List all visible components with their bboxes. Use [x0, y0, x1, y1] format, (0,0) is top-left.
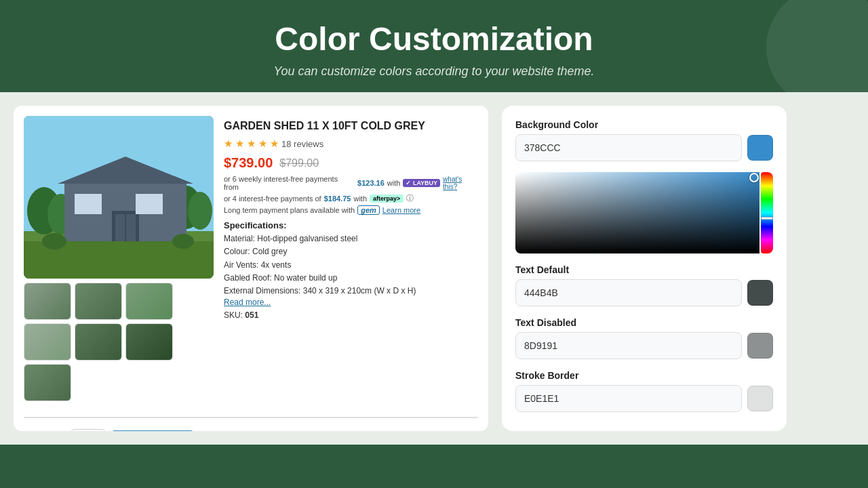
- svg-rect-12: [136, 194, 163, 214]
- main-product-image: [24, 116, 214, 279]
- thumbnail-4[interactable]: [24, 323, 71, 361]
- afterpay-text: or 4 interest-free payments of: [224, 195, 321, 203]
- text-disabled-label: Text Disabled: [515, 317, 773, 328]
- laybuy-row: or 6 weekly interest-free payments from …: [224, 175, 478, 191]
- star-5: ★: [270, 138, 279, 150]
- text-default-section: Text Default: [515, 264, 773, 306]
- color-picker-area[interactable]: [515, 172, 773, 253]
- sku-label: SKU:: [224, 310, 243, 320]
- thumbnail-6[interactable]: [125, 323, 173, 361]
- text-disabled-swatch[interactable]: [747, 333, 773, 359]
- product-title: GARDEN SHED 11 X 10FT COLD GREY: [224, 119, 478, 132]
- sku-row: SKU: 051: [224, 310, 478, 320]
- image-section: [24, 116, 214, 401]
- star-3: ★: [247, 138, 256, 150]
- laybuy-logo: ✓ LAYBUY: [403, 179, 440, 187]
- main-content: GARDEN SHED 11 X 10FT COLD GREY ★ ★ ★ ★ …: [0, 92, 868, 445]
- star-4: ★: [258, 138, 267, 150]
- thumbnail-2[interactable]: [75, 283, 122, 320]
- spec-colour: Colour: Cold grey: [224, 245, 478, 258]
- stroke-border-label: Stroke Border: [515, 370, 773, 381]
- color-panel: Background Color Text Default Te: [502, 106, 787, 431]
- gem-row: Long term payment plans available with g…: [224, 205, 478, 215]
- bg-color-section: Background Color: [515, 119, 773, 161]
- read-more-link[interactable]: Read more...: [224, 298, 478, 307]
- hero-title: Color Customization: [14, 20, 854, 58]
- stroke-border-input-row: [515, 385, 773, 412]
- product-layout: GARDEN SHED 11 X 10FT COLD GREY ★ ★ ★ ★ …: [14, 106, 488, 411]
- specs-title: Specifications:: [224, 220, 478, 230]
- thumbnail-7[interactable]: [24, 364, 71, 401]
- laybuy-link[interactable]: what's this?: [443, 176, 478, 190]
- shipping-header[interactable]: SHIPPING COSTS TO Auckland ▾: [24, 418, 477, 418]
- product-card: GARDEN SHED 11 X 10FT COLD GREY ★ ★ ★ ★ …: [14, 106, 488, 431]
- thumbnail-3[interactable]: [125, 283, 173, 320]
- stroke-border-input[interactable]: [515, 385, 742, 412]
- text-default-label: Text Default: [515, 264, 773, 275]
- thumbnail-5[interactable]: [75, 323, 122, 361]
- gem-logo: gem: [357, 205, 380, 215]
- afterpay-with: with: [353, 195, 367, 203]
- shipping-section: SHIPPING COSTS TO Auckland ▾ Depot to de…: [24, 417, 478, 418]
- stroke-border-swatch[interactable]: [747, 386, 773, 411]
- text-disabled-input[interactable]: [515, 332, 742, 359]
- text-default-swatch[interactable]: [747, 280, 773, 306]
- svg-rect-11: [75, 194, 102, 214]
- quantity-input[interactable]: [71, 429, 105, 431]
- text-disabled-input-row: [515, 332, 773, 359]
- gem-text: Long term payment plans available with: [224, 206, 355, 214]
- product-info: GARDEN SHED 11 X 10FT COLD GREY ★ ★ ★ ★ …: [224, 116, 478, 401]
- text-default-input[interactable]: [515, 279, 742, 306]
- spec-dimensions: External Dimensions: 340 x 319 x 210cm (…: [224, 285, 478, 298]
- text-disabled-section: Text Disabled: [515, 317, 773, 359]
- color-picker-cursor[interactable]: [749, 173, 759, 182]
- gem-learn-more[interactable]: Learn more: [382, 206, 420, 214]
- price-row: $739.00 $799.00: [224, 155, 478, 171]
- text-default-input-row: [515, 279, 773, 306]
- spec-roof: Gabled Roof: No water build up: [224, 272, 478, 285]
- sku-value: 051: [245, 310, 258, 320]
- spec-material: Material: Hot-dipped galvanised steel: [224, 232, 478, 245]
- color-picker-dark-overlay: [515, 172, 760, 253]
- color-hue-bar[interactable]: [761, 172, 773, 253]
- svg-rect-10: [126, 214, 136, 241]
- cart-section: Quantity : Add to Cart: [14, 424, 488, 431]
- afterpay-amount: $184.75: [324, 195, 351, 203]
- review-count[interactable]: 18 reviews: [281, 139, 323, 149]
- hue-cursor[interactable]: [761, 217, 773, 220]
- star-1: ★: [224, 138, 233, 150]
- hero-subtitle: You can customize colors according to yo…: [14, 64, 854, 79]
- thumbnail-1[interactable]: [24, 283, 71, 320]
- afterpay-info-icon[interactable]: ⓘ: [406, 193, 414, 203]
- star-rating: ★ ★ ★ ★ ★ 18 reviews: [224, 138, 478, 150]
- price-original: $799.00: [279, 157, 319, 169]
- bg-color-input[interactable]: [515, 134, 742, 161]
- price-current: $739.00: [224, 155, 273, 171]
- hero-section: Color Customization You can customize co…: [0, 0, 868, 92]
- laybuy-with: with: [387, 179, 401, 187]
- star-2: ★: [235, 138, 244, 150]
- laybuy-text: or 6 weekly interest-free payments from: [224, 175, 355, 191]
- laybuy-amount: $123.16: [357, 179, 384, 187]
- svg-point-5: [188, 192, 212, 230]
- afterpay-row: or 4 interest-free payments of $184.75 w…: [224, 193, 478, 203]
- stroke-border-section: Stroke Border: [515, 370, 773, 412]
- bg-color-swatch[interactable]: [747, 135, 773, 161]
- spec-vents: Air Vents: 4x vents: [224, 259, 478, 272]
- afterpay-logo: afterpay>: [370, 195, 403, 203]
- svg-rect-9: [115, 214, 125, 241]
- bg-color-input-row: [515, 134, 773, 161]
- svg-point-14: [42, 233, 66, 249]
- bg-color-label: Background Color: [515, 119, 773, 130]
- add-to-cart-button[interactable]: Add to Cart: [112, 430, 193, 431]
- svg-point-15: [172, 234, 194, 249]
